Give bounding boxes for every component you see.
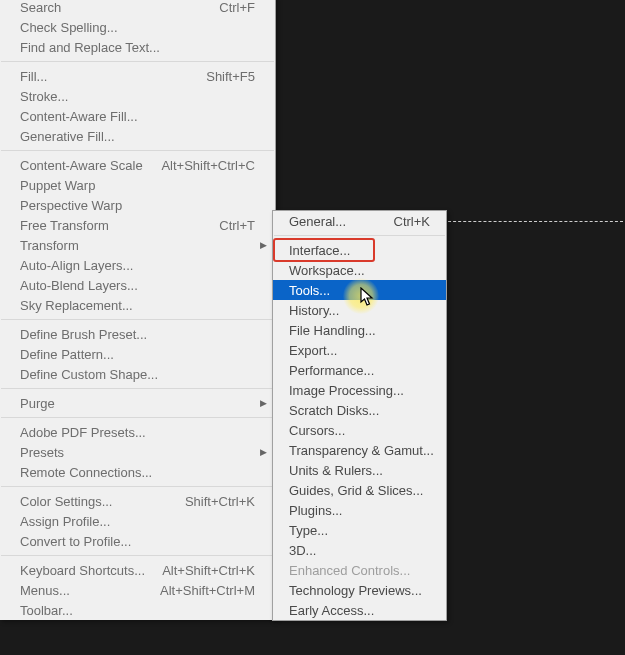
submenu-item-label: History... (289, 303, 430, 318)
submenu-item-type[interactable]: Type... (273, 520, 446, 540)
menu-item-auto-align-layers[interactable]: Auto-Align Layers... (0, 255, 275, 275)
menu-item-label: Color Settings... (20, 494, 185, 509)
menu-item-assign-profile[interactable]: Assign Profile... (0, 511, 275, 531)
submenu-item-history[interactable]: History... (273, 300, 446, 320)
menu-item-check-spelling[interactable]: Check Spelling... (0, 17, 275, 37)
preferences-submenu: General...Ctrl+KInterface...Workspace...… (272, 210, 447, 621)
menu-separator (1, 388, 274, 389)
submenu-item-general[interactable]: General...Ctrl+K (273, 211, 446, 231)
menu-item-label: Remote Connections... (20, 465, 255, 480)
menu-item-content-aware-scale[interactable]: Content-Aware ScaleAlt+Shift+Ctrl+C (0, 155, 275, 175)
menu-item-label: Auto-Align Layers... (20, 258, 255, 273)
menu-item-label: Toolbar... (20, 603, 255, 618)
menu-item-adobe-pdf-presets[interactable]: Adobe PDF Presets... (0, 422, 275, 442)
menu-item-shortcut: Shift+Ctrl+K (185, 494, 255, 509)
menu-separator (1, 319, 274, 320)
menu-item-label: Menus... (20, 583, 160, 598)
menu-separator (1, 486, 274, 487)
menu-item-label: Free Transform (20, 218, 219, 233)
menu-item-label: Define Custom Shape... (20, 367, 255, 382)
submenu-item-shortcut: Ctrl+K (394, 214, 430, 229)
menu-item-purge[interactable]: Purge▶ (0, 393, 275, 413)
submenu-item-label: Export... (289, 343, 430, 358)
menu-item-convert-to-profile[interactable]: Convert to Profile... (0, 531, 275, 551)
menu-item-label: Search (20, 0, 219, 15)
submenu-item-workspace[interactable]: Workspace... (273, 260, 446, 280)
submenu-item-label: Image Processing... (289, 383, 430, 398)
menu-item-shortcut: Ctrl+T (219, 218, 255, 233)
edit-menu: SearchCtrl+FCheck Spelling...Find and Re… (0, 0, 276, 620)
menu-item-generative-fill[interactable]: Generative Fill... (0, 126, 275, 146)
submenu-item-label: Type... (289, 523, 430, 538)
submenu-item-label: 3D... (289, 543, 430, 558)
submenu-item-image-processing[interactable]: Image Processing... (273, 380, 446, 400)
submenu-item-label: Plugins... (289, 503, 430, 518)
submenu-arrow-icon: ▶ (260, 240, 267, 250)
submenu-item-early-access[interactable]: Early Access... (273, 600, 446, 620)
submenu-item-3d[interactable]: 3D... (273, 540, 446, 560)
submenu-item-plugins[interactable]: Plugins... (273, 500, 446, 520)
menu-item-label: Find and Replace Text... (20, 40, 255, 55)
submenu-item-label: Cursors... (289, 423, 430, 438)
menu-item-perspective-warp[interactable]: Perspective Warp (0, 195, 275, 215)
menu-item-define-custom-shape[interactable]: Define Custom Shape... (0, 364, 275, 384)
submenu-item-units-rulers[interactable]: Units & Rulers... (273, 460, 446, 480)
menu-item-shortcut: Shift+F5 (206, 69, 255, 84)
menu-item-remote-connections[interactable]: Remote Connections... (0, 462, 275, 482)
menu-item-label: Content-Aware Fill... (20, 109, 255, 124)
menu-item-label: Define Brush Preset... (20, 327, 255, 342)
menu-item-label: Content-Aware Scale (20, 158, 161, 173)
menu-item-shortcut: Alt+Shift+Ctrl+K (162, 563, 255, 578)
menu-item-search[interactable]: SearchCtrl+F (0, 0, 275, 17)
menu-item-free-transform[interactable]: Free TransformCtrl+T (0, 215, 275, 235)
menu-item-stroke[interactable]: Stroke... (0, 86, 275, 106)
menu-item-content-aware-fill[interactable]: Content-Aware Fill... (0, 106, 275, 126)
submenu-item-cursors[interactable]: Cursors... (273, 420, 446, 440)
submenu-item-enhanced-controls[interactable]: Enhanced Controls... (273, 560, 446, 580)
submenu-item-tools[interactable]: Tools... (273, 280, 446, 300)
submenu-item-label: Early Access... (289, 603, 430, 618)
menu-item-label: Assign Profile... (20, 514, 255, 529)
submenu-arrow-icon: ▶ (260, 398, 267, 408)
menu-item-puppet-warp[interactable]: Puppet Warp (0, 175, 275, 195)
menu-item-sky-replacement[interactable]: Sky Replacement... (0, 295, 275, 315)
menu-item-toolbar[interactable]: Toolbar... (0, 600, 275, 620)
menu-item-label: Generative Fill... (20, 129, 255, 144)
menu-item-shortcut: Ctrl+F (219, 0, 255, 15)
submenu-item-label: Technology Previews... (289, 583, 430, 598)
submenu-item-export[interactable]: Export... (273, 340, 446, 360)
menu-item-color-settings[interactable]: Color Settings...Shift+Ctrl+K (0, 491, 275, 511)
menu-item-label: Transform (20, 238, 255, 253)
menu-item-presets[interactable]: Presets▶ (0, 442, 275, 462)
menu-item-find-and-replace-text[interactable]: Find and Replace Text... (0, 37, 275, 57)
menu-item-label: Fill... (20, 69, 206, 84)
submenu-item-interface[interactable]: Interface... (273, 240, 446, 260)
submenu-item-scratch-disks[interactable]: Scratch Disks... (273, 400, 446, 420)
canvas-edge-dashed (443, 221, 623, 223)
menu-separator (1, 417, 274, 418)
menu-item-label: Check Spelling... (20, 20, 255, 35)
menu-item-label: Auto-Blend Layers... (20, 278, 255, 293)
menu-item-label: Purge (20, 396, 255, 411)
submenu-item-label: Enhanced Controls... (289, 563, 430, 578)
menu-item-keyboard-shortcuts[interactable]: Keyboard Shortcuts...Alt+Shift+Ctrl+K (0, 560, 275, 580)
submenu-item-guides-grid-slices[interactable]: Guides, Grid & Slices... (273, 480, 446, 500)
submenu-item-technology-previews[interactable]: Technology Previews... (273, 580, 446, 600)
menu-item-transform[interactable]: Transform▶ (0, 235, 275, 255)
submenu-item-label: Guides, Grid & Slices... (289, 483, 430, 498)
app-canvas: SearchCtrl+FCheck Spelling...Find and Re… (0, 0, 625, 655)
menu-separator (1, 555, 274, 556)
menu-item-label: Puppet Warp (20, 178, 255, 193)
submenu-item-transparency-gamut[interactable]: Transparency & Gamut... (273, 440, 446, 460)
submenu-item-label: Interface... (289, 243, 430, 258)
menu-item-fill[interactable]: Fill...Shift+F5 (0, 66, 275, 86)
menu-item-menus[interactable]: Menus...Alt+Shift+Ctrl+M (0, 580, 275, 600)
submenu-item-performance[interactable]: Performance... (273, 360, 446, 380)
submenu-arrow-icon: ▶ (260, 447, 267, 457)
menu-item-auto-blend-layers[interactable]: Auto-Blend Layers... (0, 275, 275, 295)
menu-item-define-brush-preset[interactable]: Define Brush Preset... (0, 324, 275, 344)
submenu-item-label: Transparency & Gamut... (289, 443, 434, 458)
menu-item-label: Convert to Profile... (20, 534, 255, 549)
menu-item-define-pattern[interactable]: Define Pattern... (0, 344, 275, 364)
submenu-item-file-handling[interactable]: File Handling... (273, 320, 446, 340)
